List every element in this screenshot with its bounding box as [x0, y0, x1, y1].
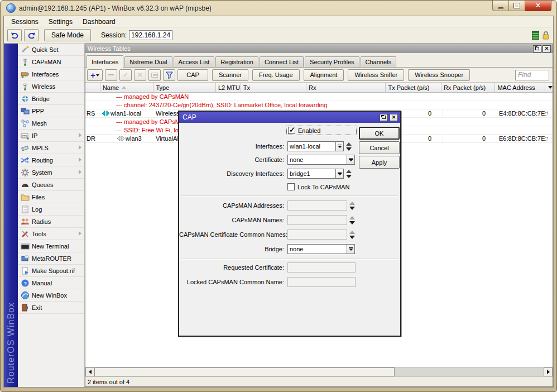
sidebar-item-queues[interactable]: Queues [18, 179, 84, 191]
tab-security-profiles[interactable]: Security Profiles [305, 56, 359, 67]
bridge-input[interactable] [287, 244, 347, 254]
filter-button[interactable] [163, 69, 175, 81]
sidebar-item-quick-set[interactable]: Quick Set [18, 44, 84, 56]
discovery-dropdown-button[interactable] [335, 169, 344, 179]
sidebar-item-manual[interactable]: ? Manual [18, 277, 84, 289]
sidebar-item-system[interactable]: System [18, 166, 84, 179]
column-type[interactable]: Type [153, 83, 215, 92]
capsman-cert-common-names-input[interactable] [287, 230, 347, 240]
lock-to-capsman-row[interactable]: Lock To CAPsMAN [287, 183, 349, 191]
safe-mode-button[interactable]: Safe Mode [44, 29, 91, 41]
wireless-tables-titlebar[interactable]: Wireless Tables ✕ [85, 44, 553, 53]
redo-button[interactable] [24, 29, 39, 41]
sidebar-item-bridge[interactable]: Bridge [18, 93, 84, 105]
undo-button[interactable] [7, 29, 22, 41]
session-input[interactable] [129, 30, 172, 40]
disable-button[interactable]: ✕ [134, 69, 146, 81]
tab-connect-list[interactable]: Connect List [260, 56, 304, 67]
column-mac-address[interactable]: MAC Address [495, 83, 545, 92]
sidebar-item-tools[interactable]: Tools [18, 228, 84, 240]
cancel-button[interactable]: Cancel [359, 141, 400, 154]
tab-access-list[interactable]: Access List [174, 56, 215, 67]
interfaces-dropdown-button[interactable] [335, 141, 344, 151]
close-child-button[interactable]: ✕ [542, 45, 551, 52]
column-l2mtu[interactable]: L2 MTU [216, 83, 241, 92]
column-rx[interactable]: Rx [306, 83, 386, 92]
interfaces-spinner[interactable] [345, 141, 352, 151]
cap-button[interactable]: CAP [177, 69, 208, 81]
lock-to-capsman-checkbox[interactable] [287, 183, 295, 190]
sidebar-item-ppp[interactable]: PPP [18, 105, 84, 117]
ok-button[interactable]: OK [359, 127, 400, 140]
column-name[interactable]: Name [100, 83, 154, 92]
sidebar-item-radius[interactable]: Radius [18, 216, 84, 228]
capsman-addresses-input[interactable] [287, 200, 347, 211]
sidebar-item-make-supout[interactable]: Make Supout.rif [18, 265, 84, 277]
tab-registration[interactable]: Registration [215, 56, 258, 67]
discovery-interfaces-input[interactable] [287, 169, 336, 179]
column-rx-packet[interactable]: Rx Packet (p/s) [441, 83, 496, 92]
sidebar-item-mesh[interactable]: Mesh [18, 117, 84, 130]
restore-button[interactable] [533, 45, 541, 52]
scanner-button[interactable]: Scanner [212, 69, 248, 81]
tab-interfaces[interactable]: Interfaces [87, 55, 123, 68]
enabled-checkbox[interactable] [288, 127, 295, 134]
sidebar-item-capsman[interactable]: CAPsMAN [18, 56, 84, 68]
tab-channels[interactable]: Channels [361, 56, 396, 67]
sidebar-item-interfaces[interactable]: Interfaces [18, 68, 84, 80]
tab-nstreme-dual[interactable]: Nstreme Dual [124, 56, 172, 67]
close-button[interactable]: ✕ [525, 1, 551, 11]
sidebar-item-routing[interactable]: Routing [18, 154, 84, 166]
locked-capsman-common-name-input[interactable] [287, 277, 356, 287]
comment-button[interactable] [148, 69, 161, 81]
column-flags[interactable] [85, 83, 100, 92]
table-row[interactable]: --- channel: 2437/20-Ce/gn(20dBm), SSID:… [85, 101, 553, 109]
scroll-left-button[interactable] [85, 367, 94, 376]
find-input[interactable] [515, 70, 549, 80]
dialog-maximize-button[interactable] [380, 114, 388, 121]
column-tx-packet[interactable]: Tx Packet (p/s) [386, 83, 441, 92]
apply-button[interactable]: Apply [359, 156, 400, 169]
bridge-dropdown-button[interactable] [347, 244, 355, 254]
capsman-names-spinner[interactable] [348, 215, 356, 225]
certificate-dropdown-button[interactable] [347, 155, 355, 165]
add-button[interactable]: + [87, 69, 103, 81]
menu-sessions[interactable]: Sessions [6, 17, 44, 27]
sidebar-item-new-terminal[interactable]: New Terminal [18, 240, 84, 252]
sidebar-item-files[interactable]: Files [18, 191, 84, 203]
capsman-names-input[interactable] [287, 215, 347, 225]
sidebar-item-new-winbox[interactable]: New WinBox [18, 289, 84, 302]
minimize-button[interactable] [492, 1, 509, 11]
sidebar-item-mpls[interactable]: MPLS [18, 142, 84, 154]
enabled-checkbox-row[interactable]: Enabled [286, 126, 357, 135]
capsman-addresses-spinner[interactable] [348, 200, 356, 211]
certificate-input[interactable] [287, 155, 347, 165]
horizontal-scrollbar[interactable] [85, 367, 553, 376]
cap-dialog-titlebar[interactable]: CAP ✕ [179, 112, 400, 123]
table-row[interactable]: --- managed by CAPsMAN [85, 93, 553, 101]
scrollbar-track[interactable] [395, 367, 544, 376]
sidebar-item-ip[interactable]: 255 IP [18, 130, 84, 142]
discovery-spinner[interactable] [345, 169, 352, 179]
dialog-close-button[interactable]: ✕ [390, 114, 398, 121]
sidebar-item-log[interactable]: Log [18, 203, 84, 216]
sidebar-item-metarouter[interactable]: MetaROUTER [18, 252, 84, 265]
wireless-sniffer-button[interactable]: Wireless Sniffer [348, 69, 404, 81]
sidebar-item-exit[interactable]: Exit [18, 302, 84, 314]
requested-certificate-input[interactable] [287, 262, 356, 273]
wireless-snooper-button[interactable]: Wireless Snooper [408, 69, 470, 81]
scroll-right-button[interactable] [544, 367, 553, 376]
maximize-button[interactable] [509, 1, 525, 11]
scrollbar-thumb[interactable] [94, 367, 395, 376]
capsman-cert-common-names-spinner[interactable] [348, 230, 356, 240]
menu-dashboard[interactable]: Dashboard [78, 17, 121, 27]
os-titlebar[interactable]: admin@192.168.1.245 (AP1) - WinBox v6.32… [1, 1, 556, 16]
freq-usage-button[interactable]: Freq. Usage [252, 69, 300, 81]
remove-button[interactable] [105, 69, 117, 81]
sidebar-item-wireless[interactable]: Wireless [18, 80, 84, 93]
interfaces-input[interactable] [287, 141, 336, 151]
alignment-button[interactable]: Alignment [304, 69, 344, 81]
enable-button[interactable]: ✓ [119, 69, 132, 81]
column-select-button[interactable] [545, 83, 553, 92]
menu-settings[interactable]: Settings [44, 17, 78, 27]
